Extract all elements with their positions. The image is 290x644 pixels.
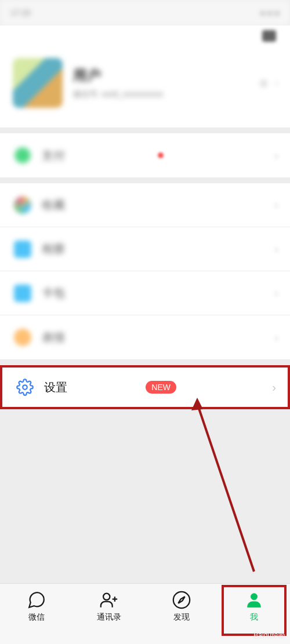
camera-icon[interactable] bbox=[262, 30, 276, 42]
header-actions bbox=[0, 26, 290, 46]
status-icons: ● ● ● bbox=[260, 8, 280, 17]
svg-point-3 bbox=[103, 594, 110, 600]
tab-discover-label: 发现 bbox=[173, 612, 190, 623]
photos-icon bbox=[14, 241, 31, 258]
pay-icon bbox=[14, 147, 31, 164]
settings-label: 设置 bbox=[44, 380, 140, 395]
tab-me-label: 我 bbox=[250, 612, 258, 623]
tab-chat[interactable]: 微信 bbox=[0, 584, 72, 644]
chevron-icon: › bbox=[274, 198, 278, 212]
chevron-icon: › bbox=[274, 149, 278, 162]
tab-contacts-label: 通讯录 bbox=[97, 612, 121, 623]
favorites-item[interactable]: 收藏 › bbox=[0, 183, 290, 227]
notification-dot bbox=[158, 152, 164, 158]
emoji-label: 表情 bbox=[42, 330, 274, 345]
favorites-label: 收藏 bbox=[42, 197, 274, 213]
profile-name: 用户 bbox=[73, 66, 260, 85]
cards-item[interactable]: 卡包 › bbox=[0, 271, 290, 315]
photos-item[interactable]: 相册 › bbox=[0, 227, 290, 271]
profile-actions: ⊞ › bbox=[260, 78, 278, 89]
svg-point-6 bbox=[173, 592, 189, 608]
chevron-icon: › bbox=[274, 242, 278, 256]
cards-label: 卡包 bbox=[42, 285, 274, 301]
profile-id: 微信号: wxid_xxxxxxxxxx bbox=[73, 89, 260, 100]
profile-info: 用户 微信号: wxid_xxxxxxxxxx bbox=[73, 66, 260, 100]
emoji-icon bbox=[14, 329, 31, 346]
pay-label: 支付 bbox=[42, 148, 153, 163]
emoji-item[interactable]: 表情 › bbox=[0, 315, 290, 359]
chat-icon bbox=[26, 590, 47, 610]
favorites-icon bbox=[14, 197, 31, 214]
tab-contacts[interactable]: 通讯录 bbox=[72, 584, 145, 644]
tab-bar: 微信 通讯录 发现 我 bbox=[0, 583, 290, 644]
tab-discover[interactable]: 发现 bbox=[145, 584, 217, 644]
qr-icon[interactable]: ⊞ bbox=[260, 78, 267, 89]
discover-icon bbox=[171, 590, 192, 610]
svg-marker-7 bbox=[178, 596, 184, 603]
svg-point-8 bbox=[251, 594, 257, 600]
tools-group: 收藏 › 相册 › 卡包 › 表情 › bbox=[0, 183, 290, 359]
status-bar: 17:20 ● ● ● bbox=[0, 0, 290, 26]
photos-label: 相册 bbox=[42, 241, 274, 257]
chevron-icon: › bbox=[276, 78, 278, 88]
pay-item[interactable]: 支付 › bbox=[0, 133, 290, 177]
avatar[interactable] bbox=[13, 58, 63, 108]
cards-icon bbox=[14, 285, 31, 302]
chevron-icon: › bbox=[274, 331, 278, 344]
contacts-icon bbox=[99, 590, 119, 610]
chevron-icon: › bbox=[274, 286, 278, 300]
tab-chat-label: 微信 bbox=[28, 612, 45, 623]
watermark: Baidu经验 bbox=[253, 631, 285, 641]
annotation-arrow bbox=[191, 398, 261, 583]
svg-line-1 bbox=[197, 403, 254, 572]
status-time: 17:20 bbox=[10, 8, 31, 17]
profile-section[interactable]: 用户 微信号: wxid_xxxxxxxxxx ⊞ › bbox=[0, 46, 290, 128]
me-icon bbox=[244, 590, 264, 610]
new-badge: NEW bbox=[146, 381, 176, 394]
settings-item[interactable]: 设置 NEW › bbox=[0, 365, 290, 409]
pay-group: 支付 › bbox=[0, 133, 290, 177]
gear-icon bbox=[16, 379, 34, 396]
svg-point-0 bbox=[23, 385, 27, 390]
chevron-icon: › bbox=[272, 381, 276, 394]
